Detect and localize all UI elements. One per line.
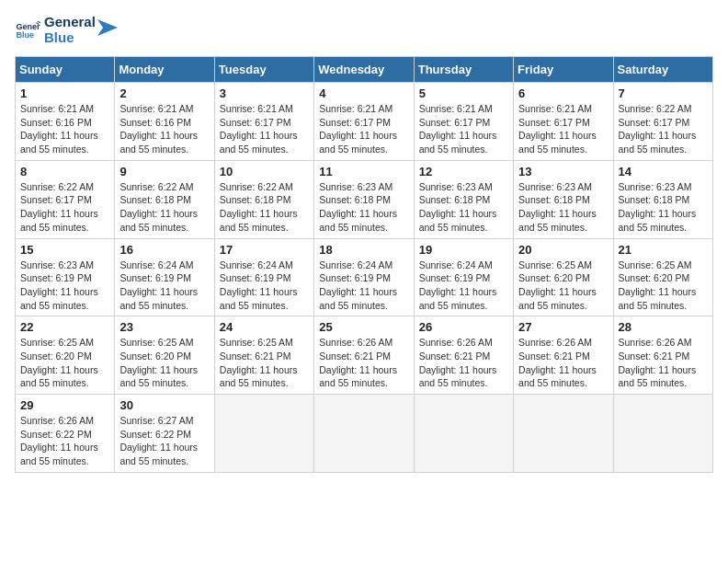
day-number: 16 [119,243,209,257]
day-number: 25 [319,320,408,334]
day-info: Sunrise: 6:21 AMSunset: 6:16 PMDaylight:… [20,102,109,156]
day-info: Sunrise: 6:22 AMSunset: 6:18 PMDaylight:… [119,180,209,235]
day-info: Sunrise: 6:25 AMSunset: 6:20 PMDaylight:… [20,336,109,390]
day-number: 28 [619,320,708,334]
calendar-cell: 11 Sunrise: 6:23 AMSunset: 6:18 PMDaylig… [314,160,414,238]
day-number: 29 [20,398,109,412]
day-info: Sunrise: 6:22 AMSunset: 6:17 PMDaylight:… [619,102,708,156]
day-number: 27 [518,320,608,334]
calendar-cell: 24 Sunrise: 6:25 AMSunset: 6:21 PMDaylig… [214,316,313,395]
day-number: 4 [319,86,408,100]
day-info: Sunrise: 6:26 AMSunset: 6:22 PMDaylight:… [20,414,109,468]
calendar-cell: 7 Sunrise: 6:22 AMSunset: 6:17 PMDayligh… [613,83,712,161]
day-number: 26 [419,320,508,334]
calendar-header-wednesday: Wednesday [314,57,414,83]
day-info: Sunrise: 6:23 AMSunset: 6:18 PMDaylight:… [619,180,708,235]
calendar-cell: 28 Sunrise: 6:26 AMSunset: 6:21 PMDaylig… [613,316,712,395]
day-info: Sunrise: 6:26 AMSunset: 6:21 PMDaylight:… [619,336,708,390]
calendar-cell: 10 Sunrise: 6:22 AMSunset: 6:18 PMDaylig… [214,160,313,238]
calendar-cell: 6 Sunrise: 6:21 AMSunset: 6:17 PMDayligh… [514,83,613,161]
page-header: General Blue General Blue [15,15,713,45]
calendar-cell: 3 Sunrise: 6:21 AMSunset: 6:17 PMDayligh… [214,83,313,161]
day-info: Sunrise: 6:24 AMSunset: 6:19 PMDaylight:… [119,259,209,313]
calendar-week-2: 8 Sunrise: 6:22 AMSunset: 6:17 PMDayligh… [16,160,713,238]
day-info: Sunrise: 6:23 AMSunset: 6:18 PMDaylight:… [518,180,608,235]
calendar-header-thursday: Thursday [414,57,513,83]
calendar-table: SundayMondayTuesdayWednesdayThursdayFrid… [15,56,713,473]
calendar-week-1: 1 Sunrise: 6:21 AMSunset: 6:16 PMDayligh… [16,83,713,161]
calendar-header-saturday: Saturday [613,57,712,83]
day-number: 24 [220,320,309,334]
day-number: 6 [518,86,608,100]
day-number: 10 [220,165,309,178]
calendar-cell: 1 Sunrise: 6:21 AMSunset: 6:16 PMDayligh… [16,83,115,161]
day-number: 19 [419,243,508,257]
day-number: 14 [619,165,708,178]
svg-text:Blue: Blue [16,30,34,40]
day-number: 11 [319,165,408,178]
day-info: Sunrise: 6:24 AMSunset: 6:19 PMDaylight:… [419,259,508,313]
logo-arrow-icon [97,19,118,36]
calendar-cell: 14 Sunrise: 6:23 AMSunset: 6:18 PMDaylig… [613,160,712,238]
calendar-cell: 26 Sunrise: 6:26 AMSunset: 6:21 PMDaylig… [414,316,513,395]
day-info: Sunrise: 6:23 AMSunset: 6:19 PMDaylight:… [20,259,109,313]
calendar-cell: 16 Sunrise: 6:24 AMSunset: 6:19 PMDaylig… [115,238,214,316]
calendar-cell [214,395,313,473]
day-info: Sunrise: 6:23 AMSunset: 6:18 PMDaylight:… [419,180,508,235]
day-info: Sunrise: 6:26 AMSunset: 6:21 PMDaylight:… [518,336,608,390]
day-number: 23 [119,320,209,334]
calendar-cell [314,395,414,473]
day-number: 12 [419,165,508,178]
day-info: Sunrise: 6:21 AMSunset: 6:17 PMDaylight:… [220,102,309,156]
calendar-cell: 5 Sunrise: 6:21 AMSunset: 6:17 PMDayligh… [414,83,513,161]
day-info: Sunrise: 6:22 AMSunset: 6:18 PMDaylight:… [220,180,309,235]
logo-icon: General Blue [15,17,40,43]
calendar-cell: 23 Sunrise: 6:25 AMSunset: 6:20 PMDaylig… [115,316,214,395]
day-number: 8 [20,165,109,178]
logo-line2: Blue [44,30,96,46]
day-number: 1 [20,86,109,100]
calendar-cell: 4 Sunrise: 6:21 AMSunset: 6:17 PMDayligh… [314,83,414,161]
calendar-header-friday: Friday [514,57,613,83]
calendar-cell: 29 Sunrise: 6:26 AMSunset: 6:22 PMDaylig… [16,395,115,473]
day-number: 30 [119,398,209,412]
calendar-week-3: 15 Sunrise: 6:23 AMSunset: 6:19 PMDaylig… [16,238,713,316]
day-number: 7 [619,86,708,100]
calendar-header-sunday: Sunday [16,57,115,83]
day-number: 2 [119,86,209,100]
day-info: Sunrise: 6:21 AMSunset: 6:17 PMDaylight:… [518,102,608,156]
day-number: 13 [518,165,608,178]
day-info: Sunrise: 6:24 AMSunset: 6:19 PMDaylight:… [220,259,309,313]
calendar-cell: 22 Sunrise: 6:25 AMSunset: 6:20 PMDaylig… [16,316,115,395]
calendar-cell: 18 Sunrise: 6:24 AMSunset: 6:19 PMDaylig… [314,238,414,316]
calendar-cell: 25 Sunrise: 6:26 AMSunset: 6:21 PMDaylig… [314,316,414,395]
calendar-cell: 12 Sunrise: 6:23 AMSunset: 6:18 PMDaylig… [414,160,513,238]
day-number: 15 [20,243,109,257]
day-info: Sunrise: 6:23 AMSunset: 6:18 PMDaylight:… [319,180,408,235]
day-number: 17 [220,243,309,257]
day-number: 22 [20,320,109,334]
day-info: Sunrise: 6:24 AMSunset: 6:19 PMDaylight:… [319,259,408,313]
day-number: 21 [619,243,708,257]
calendar-cell: 21 Sunrise: 6:25 AMSunset: 6:20 PMDaylig… [613,238,712,316]
day-number: 5 [419,86,508,100]
day-info: Sunrise: 6:26 AMSunset: 6:21 PMDaylight:… [419,336,508,390]
day-info: Sunrise: 6:26 AMSunset: 6:21 PMDaylight:… [319,336,408,390]
calendar-header-monday: Monday [115,57,214,83]
day-info: Sunrise: 6:21 AMSunset: 6:17 PMDaylight:… [319,102,408,156]
day-info: Sunrise: 6:21 AMSunset: 6:17 PMDaylight:… [419,102,508,156]
day-info: Sunrise: 6:21 AMSunset: 6:16 PMDaylight:… [119,102,209,156]
logo: General Blue General Blue [15,15,118,45]
logo-line1: General [44,15,96,30]
calendar-cell: 9 Sunrise: 6:22 AMSunset: 6:18 PMDayligh… [115,160,214,238]
calendar-cell [613,395,712,473]
calendar-cell: 17 Sunrise: 6:24 AMSunset: 6:19 PMDaylig… [214,238,313,316]
calendar-header-row: SundayMondayTuesdayWednesdayThursdayFrid… [16,57,713,83]
day-info: Sunrise: 6:25 AMSunset: 6:20 PMDaylight:… [518,259,608,313]
calendar-week-4: 22 Sunrise: 6:25 AMSunset: 6:20 PMDaylig… [16,316,713,395]
day-info: Sunrise: 6:22 AMSunset: 6:17 PMDaylight:… [20,180,109,235]
day-info: Sunrise: 6:25 AMSunset: 6:21 PMDaylight:… [220,336,309,390]
calendar-cell: 13 Sunrise: 6:23 AMSunset: 6:18 PMDaylig… [514,160,613,238]
calendar-cell [414,395,513,473]
calendar-cell: 2 Sunrise: 6:21 AMSunset: 6:16 PMDayligh… [115,83,214,161]
